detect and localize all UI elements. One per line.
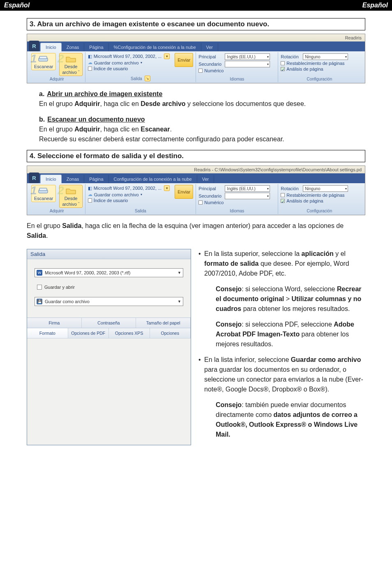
group-salida: Salida <box>88 209 194 213</box>
header-right: Español <box>362 2 388 9</box>
lang-secundario-dd[interactable]: ▾ <box>225 193 270 199</box>
save-icon: 💾 <box>37 299 42 304</box>
analisis-label: Análisis de página <box>286 198 323 203</box>
tab-inicio[interactable]: Inicio <box>40 175 62 183</box>
ribbon-2: Readiris - C:\Windows\System32\config\sy… <box>27 166 365 215</box>
tab-zonas[interactable]: Zonas <box>62 175 85 183</box>
tab-ver[interactable]: Ver <box>201 43 219 51</box>
restab-label: Restablecimiento de páginas <box>286 61 344 66</box>
lang-principal-dd[interactable]: Inglés (EE.UU.)▾ <box>225 185 270 192</box>
tab-ver[interactable]: Ver <box>197 175 214 183</box>
checkbox-icon[interactable] <box>198 200 203 205</box>
scanner-icon <box>38 186 49 195</box>
output-format-row[interactable]: ◧Microsoft Word 97, 2000, 2002, ...▾ <box>88 185 170 191</box>
group-salida: Salida <box>131 76 142 81</box>
page-header: Español Español <box>0 0 392 11</box>
send-button[interactable]: Enviar <box>175 53 193 67</box>
checkbox-icon[interactable] <box>281 61 285 65</box>
checkbox-icon <box>88 198 92 203</box>
tab-formato[interactable]: Formato <box>27 328 68 338</box>
cloud-icon: ☁ <box>88 60 92 65</box>
dialog-tabs-row2: Formato Opciones de PDF Opciones XPS Opc… <box>27 328 191 338</box>
folder-icon <box>65 54 77 63</box>
tab-nube[interactable]: Configuración de la conexión a la nube <box>109 175 197 183</box>
format-dropdown-icon[interactable]: ▾ <box>164 185 170 191</box>
restab-label: Restablecimiento de páginas <box>286 193 344 198</box>
svg-rect-1 <box>39 56 47 59</box>
checkbox-checked-icon[interactable]: ✓ <box>281 67 285 71</box>
tab-opc-pdf[interactable]: Opciones de PDF <box>68 328 109 338</box>
app-title: Readiris <box>345 35 362 40</box>
rot-label: Rotación <box>281 186 301 191</box>
header-left: Español <box>4 2 30 9</box>
folder-icon <box>65 186 77 195</box>
lang-principal-label: Principal <box>198 186 223 191</box>
lang-principal-dd[interactable]: Inglés (EE.UU.)▾ <box>225 53 270 60</box>
output-dest-row[interactable]: ☁Guardar como archivo▾ <box>88 60 170 66</box>
overlay-2: 2 <box>58 52 64 65</box>
lang-secundario-label: Secundario <box>198 62 223 67</box>
output-dest-row[interactable]: ☁Guardar como archivo▾ <box>88 191 170 198</box>
checkbox-checked-icon[interactable]: ✓ <box>281 199 285 203</box>
lang-numerico-label: Numérico <box>204 68 224 73</box>
open-after-save-check[interactable]: Guardar y abrir <box>35 285 183 290</box>
checkbox-icon <box>88 67 92 71</box>
chevron-down-icon: ▼ <box>178 299 181 304</box>
output-index-row[interactable]: Índice de usuario <box>88 66 170 71</box>
salida-launcher-icon[interactable]: ↘ <box>145 76 150 81</box>
dialog-title: Salida <box>27 249 191 259</box>
group-adquirir: Adquirir <box>31 209 83 213</box>
tab-pagina[interactable]: Página <box>84 175 108 183</box>
scanner-icon <box>38 54 49 63</box>
overlay-1: 1 <box>30 184 37 197</box>
tab-zonas[interactable]: Zonas <box>62 43 85 51</box>
app-icon[interactable]: R <box>29 173 39 183</box>
send-button[interactable]: Enviar <box>175 185 193 199</box>
app-title-2: Readiris - C:\Windows\System32\config\sy… <box>194 167 362 172</box>
word-icon: W <box>37 270 42 276</box>
tab-nube[interactable]: %Configuración de la conexión a la nube <box>109 43 201 51</box>
dest-combo[interactable]: 💾 Guardar como archivo ▼ <box>35 297 183 306</box>
tab-pagina[interactable]: Página <box>84 43 108 51</box>
word-icon: ◧ <box>88 54 92 59</box>
tips-column: • En la lista superior, seleccione la ap… <box>198 249 365 445</box>
format-dropdown-icon[interactable]: ▾ <box>164 53 170 59</box>
step3b-text: b.Escanear un documento nuevo En el grup… <box>39 115 365 144</box>
tab-contrasena[interactable]: Contraseña <box>82 318 136 328</box>
rot-dd[interactable]: Ninguno▾ <box>303 53 348 60</box>
chevron-down-icon: ▼ <box>178 271 181 275</box>
lang-secundario-dd[interactable]: ▾ <box>225 61 270 67</box>
overlay-1: 1 <box>30 52 37 65</box>
step3a-text: a.Abrir un archivo de imagen existente E… <box>39 89 365 109</box>
step4-title: 4. Seleccione el formato de salida y el … <box>27 150 365 162</box>
tab-opciones[interactable]: Opciones <box>150 328 191 338</box>
output-index-row[interactable]: Índice de usuario <box>88 198 170 203</box>
rot-dd[interactable]: Ninguno▾ <box>303 185 348 192</box>
app-icon[interactable]: R <box>29 41 39 51</box>
dialog-tabs-row1: Firma Contraseña Tamaño del papel <box>27 318 191 328</box>
analisis-label: Análisis de página <box>286 67 323 71</box>
group-config: Configuración <box>281 209 358 213</box>
step3-title: 3. Abra un archivo de imagen existente o… <box>27 18 365 30</box>
group-idiomas: Idiomas <box>198 77 275 81</box>
tab-papel[interactable]: Tamaño del papel <box>136 318 191 328</box>
ribbon-1: Readiris R Inicio Zonas Página %Configur… <box>27 34 365 83</box>
checkbox-icon[interactable] <box>198 69 203 73</box>
format-combo[interactable]: W Microsoft Word 97, 2000, 2002, 2003 (*… <box>35 268 183 277</box>
lang-numerico-label: Numérico <box>204 200 224 205</box>
output-format-row[interactable]: ◧Microsoft Word 97, 2000, 2002, ...▾ <box>88 53 170 60</box>
tab-opc-xps[interactable]: Opciones XPS <box>109 328 150 338</box>
group-adquirir: Adquirir <box>31 77 83 81</box>
tab-firma[interactable]: Firma <box>27 318 82 328</box>
checkbox-icon[interactable] <box>281 193 285 197</box>
lang-principal-label: Principal <box>198 54 223 59</box>
step4-body: En el grupo Salida, haga clic en la flec… <box>27 221 365 241</box>
svg-rect-3 <box>39 188 47 191</box>
group-config: Configuración <box>281 77 358 81</box>
group-idiomas: Idiomas <box>198 209 275 213</box>
lang-secundario-label: Secundario <box>198 193 223 198</box>
tab-inicio[interactable]: Inicio <box>40 43 62 51</box>
checkbox-icon <box>37 285 42 290</box>
rot-label: Rotación <box>281 54 301 59</box>
overlay-2: 2 <box>58 184 64 197</box>
